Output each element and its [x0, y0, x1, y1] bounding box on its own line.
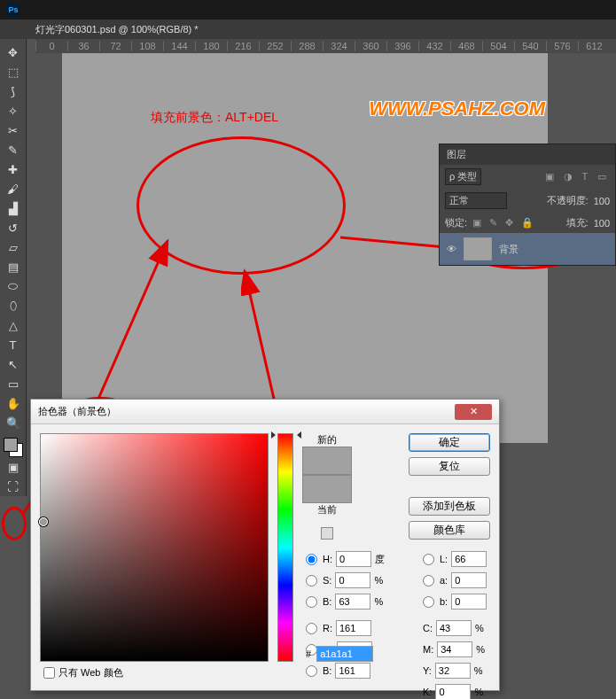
lasso-tool-icon[interactable]: ⟆ — [2, 82, 25, 101]
marquee-tool-icon[interactable]: ⬚ — [2, 62, 25, 82]
annotation-text: 填充前景色：ALT+DEL — [151, 110, 278, 126]
b-input[interactable] — [335, 663, 370, 679]
opacity-label: 不透明度: — [547, 194, 589, 207]
y-input[interactable] — [435, 663, 471, 679]
s-radio[interactable] — [306, 575, 317, 586]
l-input[interactable] — [451, 551, 487, 567]
color-picker-dialog: 拾色器（前景色） ✕ 新的 当前 确定 复位 添加到色板 颜色库 H:度 S:%… — [30, 399, 500, 691]
web-colors-input[interactable] — [43, 667, 55, 679]
m-input[interactable] — [437, 641, 472, 657]
sv-picker[interactable] — [40, 433, 269, 662]
color-swatch[interactable] — [4, 438, 23, 457]
app-titlebar: Ps — [0, 0, 616, 19]
close-button[interactable]: ✕ — [455, 404, 492, 420]
foreground-color-swatch[interactable] — [4, 438, 18, 452]
screenmode-icon[interactable]: ⛶ — [2, 477, 25, 496]
h-label: H: — [323, 554, 332, 564]
r-label: R: — [323, 623, 332, 633]
layers-panel-title: 图层 — [440, 144, 615, 165]
b2-input[interactable] — [451, 594, 487, 610]
lock-icons[interactable]: ▣ ✎ ✥ 🔒 — [472, 217, 536, 229]
eyedropper-tool-icon[interactable]: ✎ — [2, 140, 25, 159]
c-label: C: — [423, 623, 433, 633]
wand-tool-icon[interactable]: ✧ — [2, 101, 25, 120]
reset-button[interactable]: 复位 — [409, 457, 490, 476]
layers-panel: 图层 ρ 类型 ▣ ◑ T ▭ 正常 不透明度: 100 锁定: ▣ ✎ ✥ 🔒… — [439, 144, 616, 266]
eraser-tool-icon[interactable]: ▱ — [2, 237, 25, 257]
visibility-eye-icon[interactable]: 👁 — [447, 244, 456, 254]
quickmask-icon[interactable]: ▣ — [2, 457, 25, 477]
bv-radio[interactable] — [306, 596, 317, 608]
hand-tool-icon[interactable]: ✋ — [2, 393, 25, 413]
document-tab[interactable]: 灯光字060301.psd @ 100%(RGB/8) * — [0, 19, 616, 39]
k-input[interactable] — [435, 684, 471, 699]
h-radio[interactable] — [306, 554, 317, 565]
l-radio[interactable] — [423, 554, 434, 565]
new-color-label: 新的 — [317, 433, 337, 447]
zoom-tool-icon[interactable]: 🔍 — [2, 413, 25, 432]
dodge-tool-icon[interactable]: ⬯ — [2, 296, 25, 315]
bv-label: B: — [323, 596, 331, 607]
layer-thumbnail[interactable] — [464, 237, 492, 260]
a-label: a: — [440, 575, 448, 586]
shape-tool-icon[interactable]: ▭ — [2, 374, 25, 393]
layer-name[interactable]: 背景 — [499, 243, 519, 256]
heal-tool-icon[interactable]: ✚ — [2, 159, 25, 179]
pen-tool-icon[interactable]: △ — [2, 315, 25, 335]
path-tool-icon[interactable]: ↖ — [2, 354, 25, 374]
sv-cursor[interactable] — [39, 517, 48, 526]
new-color-swatch — [302, 447, 352, 475]
toolbox: ✥ ⬚ ⟆ ✧ ✂ ✎ ✚ 🖌 ▟ ↺ ▱ ▤ ⬭ ⬯ △ T ↖ ▭ ✋ 🔍 … — [0, 39, 27, 496]
annotation-ellipse-swatch — [2, 507, 27, 540]
a-radio[interactable] — [423, 575, 434, 586]
move-tool-icon[interactable]: ✥ — [2, 43, 25, 62]
s-input[interactable] — [335, 572, 370, 588]
blur-tool-icon[interactable]: ⬭ — [2, 276, 25, 296]
y-label: Y: — [423, 665, 432, 676]
ruler-horizontal: 0367210814418021625228832436039643246850… — [35, 39, 616, 53]
picker-title: 拾色器（前景色） — [38, 405, 116, 418]
hex-label: # — [306, 649, 311, 659]
m-label: M: — [423, 644, 433, 655]
color-lib-button[interactable]: 颜色库 — [409, 521, 490, 540]
r-input[interactable] — [336, 620, 371, 636]
opacity-value[interactable]: 100 — [594, 196, 610, 206]
b-radio[interactable] — [306, 665, 317, 677]
current-color-swatch — [302, 475, 352, 503]
add-swatch-button[interactable]: 添加到色板 — [409, 497, 490, 516]
b-label: B: — [323, 665, 331, 676]
c-input[interactable] — [436, 620, 472, 636]
b2-label: b: — [440, 596, 448, 607]
bv-input[interactable] — [335, 594, 370, 610]
hue-slider[interactable] — [277, 433, 293, 662]
h-input[interactable] — [336, 551, 371, 567]
layers-filter-icons[interactable]: ▣ ◑ T ▭ — [545, 171, 611, 183]
current-color-label: 当前 — [317, 503, 337, 516]
b2-radio[interactable] — [423, 596, 434, 608]
history-brush-icon[interactable]: ↺ — [2, 218, 25, 237]
layers-filter[interactable]: ρ 类型 — [445, 168, 481, 185]
a-input[interactable] — [451, 572, 487, 588]
fill-value[interactable]: 100 — [594, 218, 610, 229]
stamp-tool-icon[interactable]: ▟ — [2, 198, 25, 218]
hue-cursor[interactable] — [275, 431, 298, 439]
watermark: WWW.PSAHZ.COM — [369, 97, 545, 120]
layer-row-background[interactable]: 👁 背景 — [440, 233, 615, 265]
cube-icon[interactable] — [321, 527, 333, 540]
lock-label: 锁定: — [445, 216, 467, 229]
r-radio[interactable] — [306, 623, 317, 634]
ok-button[interactable]: 确定 — [409, 433, 490, 452]
hex-input[interactable] — [316, 646, 373, 662]
s-label: S: — [323, 575, 331, 586]
k-label: K: — [423, 687, 432, 697]
brush-tool-icon[interactable]: 🖌 — [2, 179, 25, 198]
gradient-tool-icon[interactable]: ▤ — [2, 257, 25, 276]
type-tool-icon[interactable]: T — [2, 335, 25, 354]
blend-mode-select[interactable]: 正常 — [445, 192, 507, 209]
l-label: L: — [440, 554, 448, 564]
fill-label: 填充: — [566, 216, 589, 229]
ps-logo: Ps — [7, 4, 19, 16]
crop-tool-icon[interactable]: ✂ — [2, 120, 25, 140]
web-colors-checkbox[interactable]: 只有 Web 颜色 — [43, 666, 123, 680]
annotation-ellipse-canvas — [136, 136, 346, 275]
